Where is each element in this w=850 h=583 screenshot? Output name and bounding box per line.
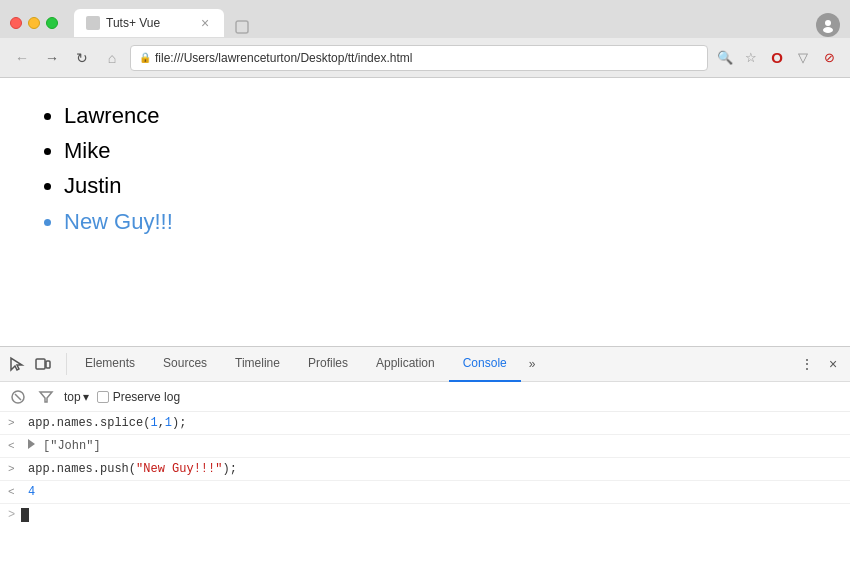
minimize-button[interactable] (28, 17, 40, 29)
filter-dropdown[interactable]: top ▾ (64, 390, 89, 404)
svg-marker-9 (40, 392, 52, 402)
back-button[interactable]: ← (10, 46, 34, 70)
console-input-1: app.names.splice(1,1); (28, 414, 186, 432)
tab-elements[interactable]: Elements (71, 347, 149, 382)
clear-console-button[interactable] (8, 387, 28, 407)
more-tabs-button[interactable]: » (521, 357, 544, 371)
bookmark-button[interactable]: ☆ (740, 47, 762, 69)
tab-application[interactable]: Application (362, 347, 449, 382)
block-button[interactable]: ⊘ (818, 47, 840, 69)
tab-title: Tuts+ Vue (106, 16, 160, 30)
tab-close-button[interactable]: × (198, 16, 212, 30)
devtools-menu-button[interactable]: ⋮ (796, 353, 818, 375)
console-prompt[interactable]: > (0, 504, 850, 526)
traffic-lights (10, 17, 58, 29)
tab-bar: Tuts+ Vue × (74, 9, 840, 37)
list-item: Lawrence (64, 98, 810, 133)
list-item: Mike (64, 133, 810, 168)
devtools-actions: ⋮ × (796, 353, 844, 375)
tab-console[interactable]: Console (449, 347, 521, 382)
console-line-4: < 4 (0, 481, 850, 504)
svg-rect-1 (236, 21, 248, 33)
page-content: Lawrence Mike Justin New Guy!!! (0, 78, 850, 346)
active-tab[interactable]: Tuts+ Vue × (74, 9, 224, 37)
inspect-icon[interactable] (6, 353, 28, 375)
devtools-tabs: Elements Sources Timeline Profiles Appli… (71, 347, 796, 382)
tab-profiles[interactable]: Profiles (294, 347, 362, 382)
address-bar[interactable]: 🔒 file:///Users/lawrenceturton/Desktop/t… (130, 45, 708, 71)
navigation-bar: ← → ↻ ⌂ 🔒 file:///Users/lawrenceturton/D… (0, 38, 850, 78)
preserve-log-label: Preserve log (113, 390, 180, 404)
svg-point-3 (823, 27, 833, 33)
devtools-toolbar: Elements Sources Timeline Profiles Appli… (0, 347, 850, 382)
title-bar: Tuts+ Vue × (0, 0, 850, 38)
console-input-2: app.names.push("New Guy!!!"); (28, 460, 237, 478)
nav-actions: 🔍 ☆ O ▽ ⊘ (714, 47, 840, 69)
devtools-panel: Elements Sources Timeline Profiles Appli… (0, 346, 850, 583)
preserve-log-option[interactable]: Preserve log (97, 390, 180, 404)
browser-window: Tuts+ Vue × ← → ↻ ⌂ 🔒 file:///Users/lawr… (0, 0, 850, 583)
device-icon[interactable] (32, 353, 54, 375)
url-text: file:///Users/lawrenceturton/Desktop/tt/… (155, 51, 699, 65)
console-line-2: < ["John"] (0, 435, 850, 458)
forward-button[interactable]: → (40, 46, 64, 70)
console-input-arrow: > (8, 414, 22, 432)
console-return-arrow-2: < (8, 483, 22, 501)
svg-line-8 (15, 394, 21, 400)
console-line-1: > app.names.splice(1,1); (0, 412, 850, 435)
console-output: > app.names.splice(1,1); < ["John"] > ap… (0, 412, 850, 583)
refresh-button[interactable]: ↻ (70, 46, 94, 70)
preserve-log-checkbox[interactable] (97, 391, 109, 403)
console-input-arrow-2: > (8, 460, 22, 478)
prompt-cursor (21, 508, 29, 522)
vpn-button[interactable]: ▽ (792, 47, 814, 69)
console-return-2: 4 (28, 483, 35, 501)
list-item: Justin (64, 168, 810, 203)
svg-rect-0 (87, 17, 99, 29)
new-tab-button[interactable] (228, 17, 256, 37)
home-button[interactable]: ⌂ (100, 46, 124, 70)
tab-sources[interactable]: Sources (149, 347, 221, 382)
array-expand-triangle[interactable] (28, 437, 39, 455)
list-item-new-guy: New Guy!!! (64, 204, 810, 239)
console-return-1: ["John"] (43, 437, 101, 455)
dropdown-arrow: ▾ (83, 390, 89, 404)
filter-label: top (64, 390, 81, 404)
devtools-close-button[interactable]: × (822, 353, 844, 375)
maximize-button[interactable] (46, 17, 58, 29)
lock-icon: 🔒 (139, 52, 151, 63)
profile-icon[interactable] (816, 13, 840, 37)
opera-button[interactable]: O (766, 47, 788, 69)
svg-point-2 (825, 20, 831, 26)
search-button[interactable]: 🔍 (714, 47, 736, 69)
console-return-arrow: < (8, 437, 22, 455)
names-list: Lawrence Mike Justin New Guy!!! (40, 98, 810, 239)
tab-favicon (86, 16, 100, 30)
svg-marker-4 (11, 358, 22, 370)
tab-timeline[interactable]: Timeline (221, 347, 294, 382)
svg-rect-5 (36, 359, 45, 369)
svg-rect-6 (46, 361, 50, 368)
console-toolbar: top ▾ Preserve log (0, 382, 850, 412)
close-button[interactable] (10, 17, 22, 29)
filter-button[interactable] (36, 387, 56, 407)
prompt-arrow: > (8, 508, 15, 522)
devtools-icon-group (6, 353, 67, 375)
console-line-3: > app.names.push("New Guy!!!"); (0, 458, 850, 481)
